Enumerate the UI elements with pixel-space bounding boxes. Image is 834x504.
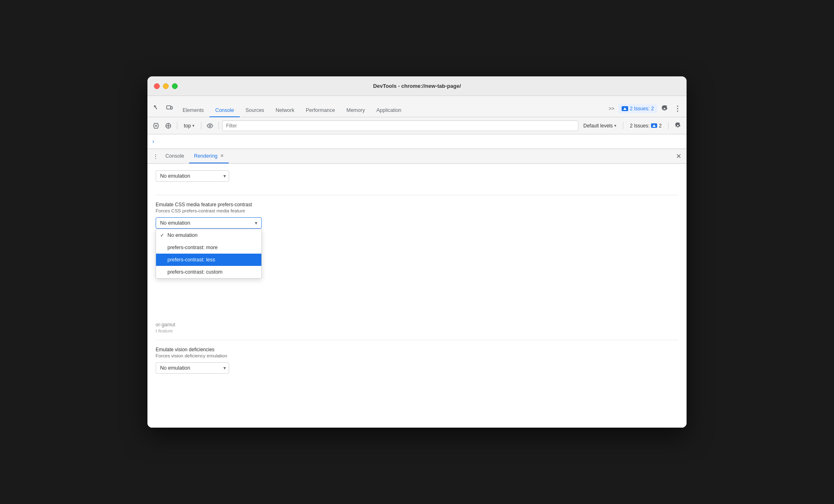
color-gamut-sublabel-partial: t feature (156, 328, 678, 333)
tab-elements[interactable]: Elements (177, 104, 210, 117)
section-divider-1 (156, 195, 678, 195)
tabs-right-actions: >> 2 Issues: 2 (606, 103, 683, 117)
issues-count-label: 2 Issues: (630, 106, 649, 112)
console-toolbar: top ▾ Default levels ▾ 2 Issues: 2 (147, 117, 687, 134)
drawer-tab-rendering[interactable]: Rendering ✕ (189, 149, 229, 163)
device-emulation-icon[interactable] (164, 102, 175, 114)
tab-console[interactable]: Console (210, 104, 240, 117)
previous-select[interactable]: No emulation (156, 170, 229, 182)
svg-point-2 (677, 106, 678, 107)
clear-console-icon[interactable] (151, 120, 161, 131)
window-title: DevTools - chrome://new-tab-page/ (373, 83, 461, 89)
context-selector[interactable]: top ▾ (181, 122, 198, 130)
console-input-row: › (147, 134, 687, 149)
color-gamut-label-partial: or-gamut (156, 322, 678, 328)
vision-sublabel: Forces vision deficiency emulation (156, 353, 678, 358)
minimize-button[interactable] (163, 83, 169, 89)
prefers-contrast-label: Emulate CSS media feature prefers-contra… (156, 202, 678, 207)
issues-icon (622, 106, 628, 111)
rendering-panel: No emulation Emulate CSS media feature p… (147, 164, 687, 428)
levels-label: Default levels (583, 123, 613, 129)
console-prompt-icon[interactable]: › (152, 138, 154, 145)
contrast-dropdown-trigger[interactable]: No emulation ▾ (156, 217, 262, 229)
eye-icon[interactable] (205, 120, 215, 131)
devtools-window: DevTools - chrome://new-tab-page/ Elemen… (147, 76, 687, 428)
settings-gear-icon[interactable] (659, 103, 670, 114)
drawer-rendering-close-icon[interactable]: ✕ (220, 153, 224, 158)
traffic-lights (154, 83, 178, 89)
previous-dropdown-wrapper: No emulation (156, 170, 229, 182)
svg-rect-1 (171, 107, 172, 109)
contrast-option-more[interactable]: prefers-contrast: more (156, 241, 261, 254)
contrast-option-less-label: prefers-contrast: less (167, 257, 215, 263)
close-button[interactable] (154, 83, 160, 89)
svg-point-3 (677, 108, 678, 109)
issues-button[interactable]: 2 Issues: 2 (618, 104, 657, 113)
vision-dropdown-wrapper: No emulation (156, 362, 229, 374)
more-options-icon[interactable] (672, 103, 683, 114)
content-area: › ⋮ Console Rendering ✕ ✕ (147, 134, 687, 428)
contrast-option-custom-label: prefers-contrast: custom (167, 269, 223, 275)
section-color-gamut: or-gamut t feature (156, 322, 678, 333)
contrast-dropdown-arrow-icon: ▾ (255, 220, 257, 226)
drawer-tabs-bar: ⋮ Console Rendering ✕ ✕ (147, 149, 687, 164)
toolbar-separator-5 (668, 122, 669, 129)
contrast-option-no-emulation-label: No emulation (167, 232, 198, 238)
svg-point-4 (677, 111, 678, 112)
maximize-button[interactable] (172, 83, 178, 89)
toolbar-separator-2 (201, 122, 201, 129)
context-dropdown-arrow: ▾ (192, 123, 194, 128)
drawer-rendering-label: Rendering (194, 153, 218, 159)
contrast-option-no-emulation[interactable]: No emulation (156, 229, 261, 241)
devtools-left-icons (151, 102, 175, 117)
section-previous: No emulation (156, 170, 678, 188)
drawer-close-button[interactable]: ✕ (673, 152, 683, 161)
console-filter-input[interactable] (222, 120, 578, 131)
filter-icon[interactable] (163, 120, 174, 131)
tab-application[interactable]: Application (370, 104, 407, 117)
drawer-more-button[interactable]: ⋮ (151, 152, 161, 161)
issues-count-text: 2 Issues: (630, 123, 649, 129)
bottom-drawer: ⋮ Console Rendering ✕ ✕ No emulation (147, 149, 687, 428)
tab-performance[interactable]: Performance (300, 104, 341, 117)
select-element-icon[interactable] (151, 102, 162, 114)
svg-point-11 (209, 125, 211, 127)
context-label: top (184, 123, 191, 129)
issues-count-number: 2 (659, 123, 662, 129)
devtools-tabs-bar: Elements Console Sources Network Perform… (147, 96, 687, 117)
section-prefers-contrast: Emulate CSS media feature prefers-contra… (156, 202, 678, 232)
toolbar-separator-4 (623, 122, 623, 129)
contrast-option-more-label: prefers-contrast: more (167, 245, 218, 250)
svg-rect-0 (167, 106, 171, 109)
section-divider-2 (156, 340, 678, 340)
issues-count-display: 2 Issues: 2 (627, 122, 665, 130)
issues-number: 2 (651, 106, 654, 112)
drawer-tab-console[interactable]: Console (161, 149, 189, 163)
tab-network[interactable]: Network (270, 104, 300, 117)
issues-count-icon (651, 123, 657, 128)
vision-label: Emulate vision deficiencies (156, 347, 678, 352)
drawer-console-label: Console (165, 153, 184, 159)
contrast-dropdown-value: No emulation (160, 220, 190, 226)
toolbar-separator-3 (219, 122, 219, 129)
tab-sources[interactable]: Sources (240, 104, 270, 117)
console-settings-icon[interactable] (672, 120, 683, 132)
more-tabs-button[interactable]: >> (606, 104, 617, 113)
section-vision-deficiencies: Emulate vision deficiencies Forces visio… (156, 347, 678, 380)
contrast-option-less[interactable]: prefers-contrast: less (156, 254, 261, 266)
tab-memory[interactable]: Memory (341, 104, 370, 117)
vision-select[interactable]: No emulation (156, 362, 229, 374)
toolbar-separator-1 (177, 122, 177, 129)
contrast-dropdown-menu: No emulation prefers-contrast: more pref… (156, 229, 262, 279)
title-bar: DevTools - chrome://new-tab-page/ (147, 76, 687, 96)
levels-arrow: ▾ (614, 123, 616, 128)
contrast-dropdown-wrapper: No emulation ▾ No emulation prefers-cont… (156, 217, 262, 229)
prefers-contrast-sublabel: Forces CSS prefers-contrast media featur… (156, 208, 678, 213)
log-levels-dropdown[interactable]: Default levels ▾ (580, 122, 620, 130)
contrast-option-custom[interactable]: prefers-contrast: custom (156, 266, 261, 278)
